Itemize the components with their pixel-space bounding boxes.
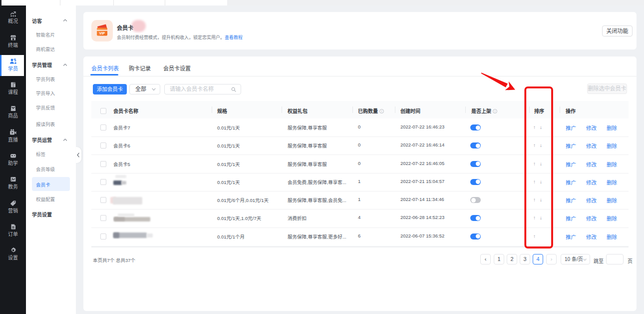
svg-text:VIP: VIP — [99, 32, 105, 35]
